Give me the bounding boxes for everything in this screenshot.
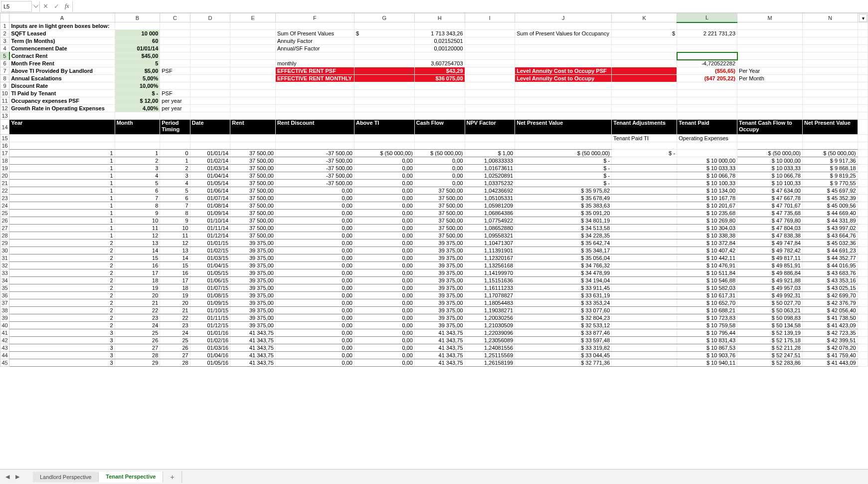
cell[interactable] xyxy=(275,22,354,30)
col-header-D[interactable]: D xyxy=(190,13,230,22)
cell[interactable]: PSF xyxy=(160,67,190,75)
cell[interactable]: $ 10 066,78 xyxy=(737,172,803,180)
cell[interactable]: Date xyxy=(190,120,230,135)
enter-icon[interactable]: ✓ xyxy=(51,1,62,12)
cell[interactable] xyxy=(677,105,737,112)
row-header-41[interactable]: 41 xyxy=(0,329,9,337)
cell[interactable]: 1,07754922 xyxy=(465,217,515,225)
cell[interactable] xyxy=(465,135,515,142)
cell[interactable] xyxy=(190,90,230,97)
cell[interactable] xyxy=(858,307,868,314)
cell[interactable] xyxy=(858,329,868,337)
cell[interactable]: 01/03/15 xyxy=(190,254,230,262)
cell[interactable] xyxy=(612,165,677,172)
cell[interactable] xyxy=(858,217,868,225)
cell[interactable] xyxy=(230,82,276,90)
cell[interactable] xyxy=(190,22,230,30)
cell[interactable]: $ 10 235,68 xyxy=(677,210,737,217)
cell[interactable]: 0,00 xyxy=(275,217,354,225)
cell[interactable] xyxy=(612,97,677,105)
cell[interactable]: Tenant Adjustments xyxy=(612,120,677,135)
cell[interactable]: $ 34 228,35 xyxy=(515,232,612,240)
cell[interactable]: $ - xyxy=(612,150,677,157)
cell[interactable] xyxy=(858,22,868,30)
cell[interactable] xyxy=(677,37,737,45)
cell[interactable]: 1,23056089 xyxy=(465,337,515,344)
cell[interactable]: $ 49 851,91 xyxy=(737,262,803,269)
cell[interactable]: 0,00 xyxy=(275,359,354,367)
cell[interactable]: $ 43 353,16 xyxy=(802,277,858,284)
row-header-44[interactable]: 44 xyxy=(0,352,9,359)
cell[interactable]: $ 44 691,23 xyxy=(802,247,858,254)
cell[interactable]: 37 500,00 xyxy=(414,217,465,225)
cell[interactable]: $ 35 056,04 xyxy=(515,254,612,262)
cell[interactable]: Annual/SF Factor xyxy=(275,45,354,52)
cell[interactable] xyxy=(858,180,868,187)
cell[interactable]: $45,00 xyxy=(115,52,160,60)
cell[interactable]: Commencement Date xyxy=(9,45,115,52)
cell[interactable]: $ 10 442,11 xyxy=(677,254,737,262)
cell[interactable]: 22 xyxy=(115,307,160,314)
cell[interactable] xyxy=(802,82,858,90)
cell[interactable]: $ 10 100,33 xyxy=(737,180,803,187)
cell[interactable] xyxy=(515,37,612,45)
cell[interactable]: 39 375,00 xyxy=(230,284,276,292)
cell[interactable]: 13 xyxy=(115,240,160,247)
cell[interactable]: Cash Flow xyxy=(414,120,465,135)
cell[interactable] xyxy=(465,67,515,75)
cell[interactable]: $ 33 597,48 xyxy=(515,337,612,344)
cell[interactable] xyxy=(677,112,737,120)
formula-input[interactable] xyxy=(72,1,868,12)
cell[interactable] xyxy=(612,269,677,277)
cell[interactable]: 0,00 xyxy=(354,225,414,232)
tab-tenant[interactable]: Tenant Perspective xyxy=(99,472,163,483)
cell[interactable]: 1,06864386 xyxy=(465,210,515,217)
cell[interactable]: 0,00 xyxy=(354,292,414,299)
cell[interactable] xyxy=(160,60,190,67)
cell[interactable]: per year xyxy=(160,105,190,112)
cell[interactable]: 39 375,00 xyxy=(414,284,465,292)
cell[interactable]: -37 500,00 xyxy=(275,150,354,157)
cell[interactable]: 1,12320167 xyxy=(465,254,515,262)
cell[interactable]: 1 xyxy=(9,232,115,240)
cell[interactable]: -4,720522282 xyxy=(677,60,737,67)
cell[interactable]: $ 10 652,70 xyxy=(677,299,737,307)
cell[interactable] xyxy=(190,45,230,52)
cell[interactable]: 1,09558321 xyxy=(465,232,515,240)
cell[interactable] xyxy=(737,45,803,52)
cell[interactable]: Period Timing xyxy=(160,120,190,135)
cell[interactable] xyxy=(465,22,515,30)
cell[interactable]: 0,00 xyxy=(275,262,354,269)
cell[interactable] xyxy=(354,135,414,142)
cell[interactable] xyxy=(354,97,414,105)
cell[interactable] xyxy=(858,337,868,344)
cell[interactable]: 01/08/15 xyxy=(190,292,230,299)
cell[interactable]: $36 075,00 xyxy=(414,75,465,82)
cell[interactable]: 2 xyxy=(9,307,115,314)
cell[interactable] xyxy=(737,90,803,97)
cell[interactable]: TI Paid by Tenant xyxy=(9,90,115,97)
cell[interactable]: 41 343,75 xyxy=(230,352,276,359)
cell[interactable] xyxy=(230,97,276,105)
cell[interactable] xyxy=(858,210,868,217)
cancel-icon[interactable]: ✕ xyxy=(40,1,51,12)
cell[interactable]: 1,19038271 xyxy=(465,307,515,314)
cell[interactable]: 37 500,00 xyxy=(230,217,276,225)
cell[interactable]: 37 500,00 xyxy=(414,195,465,202)
row-header-12[interactable]: 12 xyxy=(0,105,9,112)
cell[interactable]: 1 xyxy=(9,172,115,180)
cell[interactable]: $ 32 804,23 xyxy=(515,314,612,322)
cell[interactable]: 01/07/14 xyxy=(190,195,230,202)
cell[interactable]: 5 xyxy=(115,60,160,67)
cell[interactable] xyxy=(858,135,868,142)
cell[interactable] xyxy=(414,105,465,112)
cell[interactable]: 0 xyxy=(160,150,190,157)
cell[interactable]: 13 xyxy=(160,247,190,254)
cell[interactable] xyxy=(190,67,230,75)
col-header-F[interactable]: F xyxy=(275,13,354,22)
cell[interactable] xyxy=(612,105,677,112)
cell[interactable]: $ 49 747,84 xyxy=(737,240,803,247)
cell[interactable]: 1,10471307 xyxy=(465,240,515,247)
row-header-10[interactable]: 10 xyxy=(0,90,9,97)
cell[interactable]: $ 10 759,58 xyxy=(677,322,737,329)
